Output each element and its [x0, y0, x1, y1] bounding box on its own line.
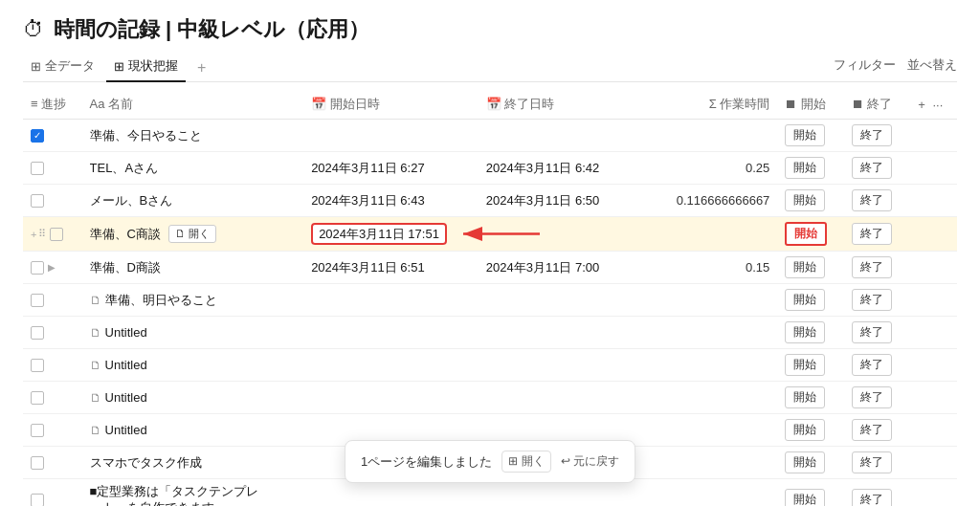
row-start-button[interactable]: 開始 [785, 386, 825, 408]
row-name[interactable]: TEL、Aさん [90, 160, 159, 177]
row-end-button[interactable]: 終了 [852, 256, 892, 278]
row-end-button[interactable]: 終了 [852, 386, 892, 408]
doc-icon: 🗋 [90, 359, 101, 372]
row-name[interactable]: メール、Bさん [90, 192, 173, 209]
row-name[interactable]: スマホでタスク作成 [90, 454, 202, 472]
row-end-button[interactable]: 終了 [852, 189, 892, 211]
row-checkbox[interactable] [31, 456, 44, 470]
row-checkbox[interactable] [50, 228, 63, 241]
row-name[interactable]: 準備、明日やること [105, 292, 217, 309]
tab-current-icon: ⊞ [114, 59, 124, 74]
row-start-date: 2024年3月11日 6:43 [303, 185, 479, 217]
row-checkbox[interactable]: ✓ [31, 129, 44, 143]
end-date-header-label: 📅 終了日時 [486, 97, 555, 111]
add-col-button[interactable]: + [918, 98, 925, 112]
row-name-cell: 🗋Untitled [90, 325, 297, 340]
table-row: 🗋Untitled開始終了 [23, 382, 957, 414]
row-expander[interactable]: ▶ [48, 262, 56, 273]
row-start-date [303, 317, 479, 349]
tab-add-button[interactable]: + [189, 55, 213, 80]
table-header-row: ≡ 進捗 Aa 名前 📅 開始日時 📅 終了日時 Σ 作業時間 [23, 90, 957, 120]
row-name[interactable]: 準備、D商談 [90, 259, 161, 276]
row-start-button[interactable]: 開始 [785, 354, 825, 376]
row-name-cell: TEL、Aさん [90, 160, 297, 177]
toast-notification: 1ページを編集しました ⊞ 開く ↩ 元に戻す [345, 440, 635, 483]
row-end-button[interactable]: 終了 [852, 289, 892, 311]
row-start-button[interactable]: 開始 [785, 222, 827, 246]
row-checkbox[interactable] [31, 424, 44, 437]
row-checkbox[interactable] [31, 359, 44, 372]
row-end-button[interactable]: 終了 [852, 223, 892, 245]
row-extra [910, 414, 957, 447]
row-start-date: 2024年3月11日 17:51 [303, 217, 479, 252]
sort-button[interactable]: 並べ替え [907, 56, 957, 74]
row-end-button[interactable]: 終了 [852, 157, 892, 179]
toast-text: 1ページを編集しました [361, 453, 492, 471]
row-name-cell: 準備、D商談 [90, 259, 297, 276]
row-start-button[interactable]: 開始 [785, 256, 825, 278]
row-end-button[interactable]: 終了 [852, 419, 892, 441]
row-name[interactable]: Untitled [105, 358, 147, 372]
row-checkbox[interactable] [31, 294, 44, 307]
row-end-button[interactable]: 終了 [852, 354, 892, 376]
row-open-button[interactable]: 🗋 開く [168, 225, 216, 243]
row-name[interactable]: Untitled [105, 325, 147, 340]
row-work-hours [634, 349, 778, 382]
more-col-button[interactable]: ··· [932, 98, 943, 112]
row-checkbox[interactable] [31, 391, 44, 405]
tab-current[interactable]: ⊞ 現状把握 [106, 54, 186, 82]
row-extra [910, 382, 957, 414]
col-header-end-btn: ⏹ 終了 [844, 90, 910, 120]
row-checkbox[interactable] [31, 326, 44, 340]
end-btn-header-label: ⏹ 終了 [852, 97, 893, 111]
row-end-date [479, 382, 634, 414]
row-name-cell: 🗋Untitled [90, 358, 297, 372]
row-name[interactable]: 準備、今日やること [90, 127, 202, 144]
row-checkbox[interactable] [31, 194, 44, 208]
timer-icon: ⏱ [23, 17, 44, 42]
tab-all-label: 全データ [45, 57, 95, 75]
row-name[interactable]: Untitled [105, 390, 147, 405]
toast-undo-button[interactable]: ↩ 元に戻す [561, 453, 619, 470]
row-end-button[interactable]: 終了 [852, 124, 892, 146]
row-extra [910, 479, 957, 507]
row-name-cell: ■定型業務は「タスクテンプレート」を自作できます。 [90, 484, 297, 506]
row-end-button[interactable]: 終了 [852, 451, 892, 473]
row-drag-icon[interactable]: ⠿ [38, 228, 46, 240]
row-checkbox[interactable] [31, 162, 44, 175]
row-name[interactable]: ■定型業務は「タスクテンプレート」を自作できます。 [90, 484, 262, 506]
row-start-button[interactable]: 開始 [785, 189, 825, 211]
row-start-button[interactable]: 開始 [785, 489, 825, 506]
row-work-hours: 0.15 [634, 252, 778, 284]
row-start-date [303, 284, 479, 317]
toast-open-button[interactable]: ⊞ 開く [501, 451, 550, 473]
row-checkbox[interactable] [31, 494, 44, 506]
row-start-button[interactable]: 開始 [785, 124, 825, 146]
row-add-icon[interactable]: + [31, 229, 36, 240]
row-start-button[interactable]: 開始 [785, 321, 825, 343]
table-row: +⠿準備、C商談🗋 開く2024年3月11日 17:51開始終了 [23, 217, 957, 252]
name-header-label: Aa 名前 [90, 97, 134, 111]
row-name-cell: 🗋準備、明日やること [90, 292, 297, 309]
row-end-date [479, 317, 634, 349]
row-extra [910, 317, 957, 349]
row-end-button[interactable]: 終了 [852, 321, 892, 343]
row-end-date [479, 120, 634, 152]
row-end-button[interactable]: 終了 [852, 489, 892, 506]
doc-icon: 🗋 [90, 326, 101, 340]
row-name[interactable]: 準備、C商談 [90, 226, 161, 243]
row-side-buttons: +⠿ [31, 228, 46, 240]
row-name[interactable]: Untitled [105, 423, 147, 437]
filter-button[interactable]: フィルター [834, 56, 896, 74]
row-start-date [303, 120, 479, 152]
row-name-cell: 🗋Untitled [90, 423, 297, 437]
row-start-button[interactable]: 開始 [785, 157, 825, 179]
row-start-button[interactable]: 開始 [785, 451, 825, 473]
row-end-date: 2024年3月11日 7:00 [479, 252, 634, 284]
col-header-progress: ≡ 進捗 [23, 90, 82, 120]
row-checkbox[interactable] [31, 261, 44, 275]
row-start-button[interactable]: 開始 [785, 419, 825, 441]
tab-all[interactable]: ⊞ 全データ [23, 54, 102, 82]
row-start-button[interactable]: 開始 [785, 289, 825, 311]
row-work-hours [634, 284, 778, 317]
